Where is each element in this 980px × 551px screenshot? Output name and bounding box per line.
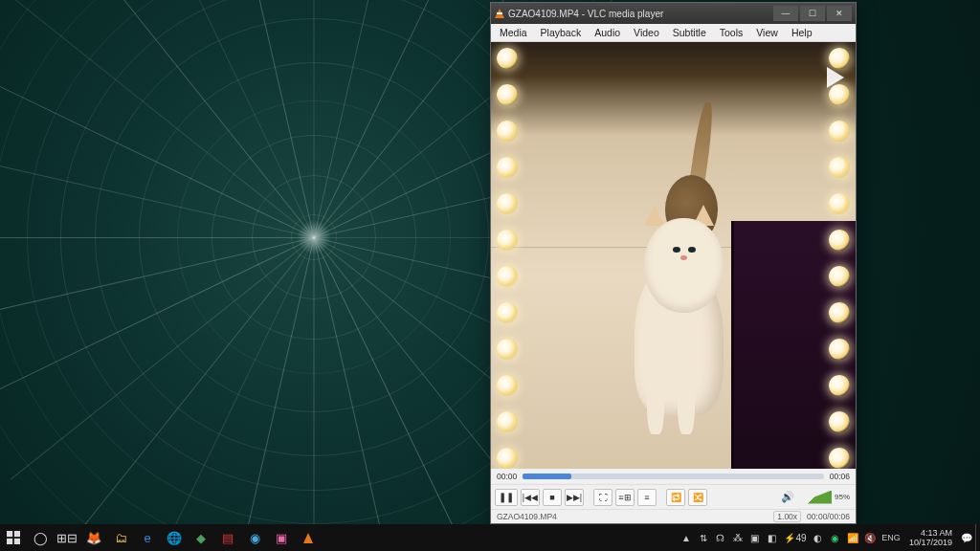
tray-moon-icon[interactable]: ◐ <box>810 524 827 551</box>
stop-button[interactable]: ■ <box>543 489 562 506</box>
fullscreen-button[interactable]: ⛶ <box>593 489 612 506</box>
taskbar-clock[interactable]: 4:13 AM 10/17/2019 <box>903 528 958 547</box>
svg-rect-3 <box>14 539 20 544</box>
taskbar-app-vlc[interactable] <box>295 524 322 551</box>
status-position: 00:00/00:06 <box>807 512 850 521</box>
tray-network-icon[interactable]: 📶 <box>844 524 861 551</box>
clock-time: 4:13 AM <box>921 528 952 538</box>
loop-button[interactable]: 🔁 <box>666 489 685 506</box>
taskbar-app-browser[interactable]: 🦊 <box>80 524 107 551</box>
close-button[interactable]: ✕ <box>827 6 852 21</box>
menu-bar: Media Playback Audio Video Subtitle Tool… <box>491 24 856 42</box>
tray-sync-icon[interactable]: ⇅ <box>695 524 712 551</box>
play-pause-button[interactable]: ❚❚ <box>495 489 518 506</box>
task-view-icon[interactable]: ⊞⊟ <box>54 524 80 551</box>
windows-taskbar[interactable]: ◯ ⊞⊟ 🦊 🗂 e 🌐 ◆ ▤ ◉ ▣ ▲ ⇅ ☊ ⁂ ▣ ◧ ⚡49 ◐ ◉… <box>0 524 980 551</box>
menu-audio[interactable]: Audio <box>588 26 627 39</box>
maximize-button[interactable]: ☐ <box>800 6 825 21</box>
tray-battery-icon[interactable]: ⚡49 <box>781 524 810 551</box>
tray-app-icon[interactable]: ▣ <box>746 524 764 551</box>
svg-rect-1 <box>14 531 20 537</box>
status-bar: GZAO4109.MP4 1.00x 00:00/00:06 <box>491 509 856 523</box>
taskbar-app-generic2[interactable]: ◉ <box>241 524 268 551</box>
start-button[interactable] <box>0 524 27 551</box>
tray-headset-icon[interactable]: ☊ <box>712 524 729 551</box>
tray-dropbox-icon[interactable]: ⁂ <box>729 524 746 551</box>
vlc-cone-icon <box>495 9 504 18</box>
playback-speed[interactable]: 1.00x <box>773 511 801 522</box>
status-filename: GZAO4109.MP4 <box>497 512 557 521</box>
svg-rect-0 <box>7 531 12 537</box>
taskbar-app-chrome[interactable]: 🌐 <box>161 524 188 551</box>
taskbar-app-edge[interactable]: e <box>134 524 161 551</box>
previous-button[interactable]: |◀◀ <box>521 489 540 506</box>
menu-view[interactable]: View <box>749 26 785 39</box>
seek-slider[interactable] <box>523 474 823 479</box>
taskbar-app-generic3[interactable]: ▣ <box>268 524 295 551</box>
shuffle-button[interactable]: 🔀 <box>688 489 707 506</box>
volume-slider[interactable] <box>797 491 832 504</box>
minimize-button[interactable]: — <box>773 6 798 21</box>
speaker-icon[interactable]: 🔊 <box>781 491 794 503</box>
tray-volume-icon[interactable]: 🔇 <box>861 524 879 551</box>
show-desktop-peek[interactable] <box>975 524 980 551</box>
video-frame <box>491 42 856 469</box>
taskbar-app-generic1[interactable]: ◆ <box>188 524 214 551</box>
time-total: 00:06 <box>830 472 850 481</box>
menu-video[interactable]: Video <box>627 26 666 39</box>
svg-rect-2 <box>7 539 12 544</box>
taskbar-app-pdf[interactable]: ▤ <box>214 524 241 551</box>
clock-date: 10/17/2019 <box>909 538 952 547</box>
video-output[interactable] <box>491 42 856 469</box>
menu-media[interactable]: Media <box>493 26 534 39</box>
action-center-icon[interactable]: 💬 <box>958 524 975 551</box>
time-elapsed: 00:00 <box>497 472 517 481</box>
volume-percent: 95% <box>835 493 850 501</box>
playlist-button[interactable]: ≡ <box>637 489 657 506</box>
cortana-search-icon[interactable]: ◯ <box>27 524 54 551</box>
taskbar-app-explorer[interactable]: 🗂 <box>107 524 134 551</box>
seek-bar-row: 00:00 00:06 <box>491 469 856 484</box>
tray-overflow-icon[interactable]: ▲ <box>678 524 695 551</box>
tray-language[interactable]: ENG <box>879 524 903 551</box>
next-button[interactable]: ▶▶| <box>565 489 584 506</box>
play-overlay-icon <box>827 67 844 88</box>
desktop[interactable]: GZAO4109.MP4 - VLC media player — ☐ ✕ Me… <box>0 0 980 551</box>
vlc-window[interactable]: GZAO4109.MP4 - VLC media player — ☐ ✕ Me… <box>490 2 857 524</box>
menu-subtitle[interactable]: Subtitle <box>666 26 713 39</box>
window-title: GZAO4109.MP4 - VLC media player <box>508 9 769 19</box>
tray-dot-icon[interactable]: ◉ <box>827 524 844 551</box>
vlc-titlebar[interactable]: GZAO4109.MP4 - VLC media player — ☐ ✕ <box>491 3 856 24</box>
menu-help[interactable]: Help <box>785 26 819 39</box>
tray-display-icon[interactable]: ◧ <box>764 524 781 551</box>
video-subject-cat <box>604 170 757 435</box>
menu-tools[interactable]: Tools <box>713 26 750 39</box>
menu-playback[interactable]: Playback <box>534 26 589 39</box>
playback-controls: ❚❚ |◀◀ ■ ▶▶| ⛶ ≡⊞ ≡ 🔁 🔀 🔊 95% <box>491 484 856 509</box>
extended-settings-button[interactable]: ≡⊞ <box>615 489 635 506</box>
